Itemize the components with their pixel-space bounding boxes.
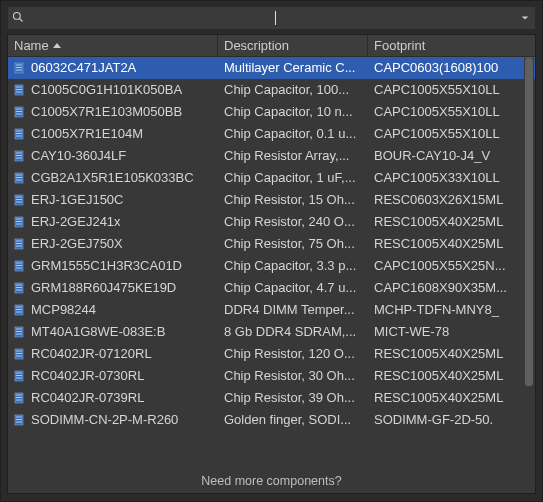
cell-name: GRM1555C1H3R3CA01D	[8, 258, 218, 273]
cell-name-text: RC0402JR-0739RL	[31, 390, 144, 405]
svg-rect-16	[16, 133, 22, 134]
cell-footprint: CAPC1005X55X10LL	[368, 104, 535, 119]
svg-rect-32	[16, 221, 22, 222]
cell-footprint: RESC1005X40X25ML	[368, 236, 535, 251]
component-icon	[12, 413, 26, 427]
cell-description: 8 Gb DDR4 SDRAM,...	[218, 324, 368, 339]
cell-name: C1005C0G1H101K050BA	[8, 82, 218, 97]
table-row[interactable]: ERJ-1GEJ150CChip Resistor, 15 Oh...RESC0…	[8, 189, 535, 211]
table-row[interactable]: C1005X7R1E104MChip Capacitor, 0.1 u...CA…	[8, 123, 535, 145]
svg-rect-17	[16, 135, 22, 136]
svg-rect-48	[16, 309, 22, 310]
table-row[interactable]: MCP98244DDR4 DIMM Temper...MCHP-TDFN-MNY…	[8, 299, 535, 321]
table-row[interactable]: RC0402JR-0730RLChip Resistor, 30 Oh...RE…	[8, 365, 535, 387]
cell-footprint: RESC1005X40X25ML	[368, 368, 535, 383]
column-header-name[interactable]: Name	[8, 35, 218, 56]
component-icon	[12, 303, 26, 317]
table-row[interactable]: MT40A1G8WE-083E:B8 Gb DDR4 SDRAM,...MICT…	[8, 321, 535, 343]
cell-footprint: CAPC1005X55X10LL	[368, 126, 535, 141]
table-row[interactable]: SODIMM-CN-2P-M-R260Golden finger, SODI..…	[8, 409, 535, 431]
table-row[interactable]: RC0402JR-0739RLChip Resistor, 39 Oh...RE…	[8, 387, 535, 409]
cell-description: Chip Capacitor, 4.7 u...	[218, 280, 368, 295]
cell-name-text: GRM1555C1H3R3CA01D	[31, 258, 182, 273]
cell-footprint: SODIMM-GF-2D-50.	[368, 412, 535, 427]
svg-rect-40	[16, 265, 22, 266]
cell-description: Chip Resistor, 39 Oh...	[218, 390, 368, 405]
svg-rect-21	[16, 157, 22, 158]
cell-name-text: C1005X7R1E104M	[31, 126, 143, 141]
cell-name: CGB2A1X5R1E105K033BC	[8, 170, 218, 185]
component-icon	[12, 369, 26, 383]
table-row[interactable]: CAY10-360J4LFChip Resistor Array,...BOUR…	[8, 145, 535, 167]
cell-name: 06032C471JAT2A	[8, 60, 218, 75]
table-row[interactable]: ERJ-2GEJ241xChip Resistor, 240 O...RESC1…	[8, 211, 535, 233]
table-row[interactable]: 06032C471JAT2AMultilayer Ceramic C...CAP…	[8, 57, 535, 79]
cell-footprint: MICT-WE-78	[368, 324, 535, 339]
cell-description: Golden finger, SODI...	[218, 412, 368, 427]
column-header-footprint[interactable]: Footprint	[368, 35, 535, 56]
svg-rect-4	[16, 67, 22, 68]
svg-rect-23	[16, 174, 22, 175]
svg-rect-27	[16, 196, 22, 197]
component-icon	[12, 391, 26, 405]
cell-description: Chip Resistor, 30 Oh...	[218, 368, 368, 383]
component-icon	[12, 193, 26, 207]
cell-description: Chip Resistor, 15 Oh...	[218, 192, 368, 207]
svg-rect-47	[16, 306, 22, 307]
cell-description: Chip Resistor Array,...	[218, 148, 368, 163]
svg-rect-31	[16, 218, 22, 219]
need-more-components-link[interactable]: Need more components?	[8, 469, 535, 493]
column-header-description-label: Description	[224, 38, 289, 53]
svg-point-0	[14, 12, 21, 19]
table-body: 06032C471JAT2AMultilayer Ceramic C...CAP…	[8, 57, 535, 469]
cell-name-text: RC0402JR-0730RL	[31, 368, 144, 383]
table-row[interactable]: ERJ-2GEJ750XChip Resistor, 75 Oh...RESC1…	[8, 233, 535, 255]
svg-rect-49	[16, 311, 22, 312]
svg-rect-3	[16, 64, 22, 65]
table-row[interactable]: GRM1555C1H3R3CA01DChip Capacitor, 3.3 p.…	[8, 255, 535, 277]
svg-rect-19	[16, 152, 22, 153]
svg-rect-57	[16, 355, 22, 356]
cell-name: RC0402JR-0730RL	[8, 368, 218, 383]
column-header-description[interactable]: Description	[218, 35, 368, 56]
svg-rect-5	[16, 69, 22, 70]
scrollbar-thumb[interactable]	[525, 58, 533, 386]
svg-rect-11	[16, 108, 22, 109]
cell-description: Chip Resistor, 75 Oh...	[218, 236, 368, 251]
svg-rect-33	[16, 223, 22, 224]
svg-rect-56	[16, 353, 22, 354]
table-row[interactable]: C1005X7R1E103M050BBChip Capacitor, 10 n.…	[8, 101, 535, 123]
search-bar[interactable]	[7, 6, 536, 30]
cell-description: Chip Resistor, 240 O...	[218, 214, 368, 229]
cell-description: Chip Capacitor, 1 uF,...	[218, 170, 368, 185]
column-header-name-label: Name	[14, 38, 49, 53]
table-row[interactable]: RC0402JR-07120RLChip Resistor, 120 O...R…	[8, 343, 535, 365]
cell-name-text: C1005X7R1E103M050BB	[31, 104, 182, 119]
cell-description: Chip Capacitor, 10 n...	[218, 104, 368, 119]
cell-name-text: C1005C0G1H101K050BA	[31, 82, 182, 97]
svg-rect-41	[16, 267, 22, 268]
svg-rect-61	[16, 377, 22, 378]
svg-rect-35	[16, 240, 22, 241]
search-input[interactable]	[28, 7, 274, 29]
svg-rect-60	[16, 375, 22, 376]
table-row[interactable]: C1005C0G1H101K050BAChip Capacitor, 100..…	[8, 79, 535, 101]
table-row[interactable]: GRM188R60J475KE19DChip Capacitor, 4.7 u.…	[8, 277, 535, 299]
cell-description: Multilayer Ceramic C...	[218, 60, 368, 75]
cell-name: RC0402JR-07120RL	[8, 346, 218, 361]
svg-rect-67	[16, 416, 22, 417]
search-dropdown-toggle[interactable]	[521, 13, 535, 23]
svg-rect-37	[16, 245, 22, 246]
component-icon	[12, 325, 26, 339]
component-icon	[12, 149, 26, 163]
component-list-panel: Name Description Footprint 06032C471JAT2…	[7, 34, 536, 494]
vertical-scrollbar[interactable]	[524, 58, 534, 468]
cell-name: MCP98244	[8, 302, 218, 317]
svg-rect-64	[16, 397, 22, 398]
table-row[interactable]: CGB2A1X5R1E105K033BCChip Capacitor, 1 uF…	[8, 167, 535, 189]
cell-name: MT40A1G8WE-083E:B	[8, 324, 218, 339]
cell-name: C1005X7R1E103M050BB	[8, 104, 218, 119]
component-icon	[12, 61, 26, 75]
svg-rect-20	[16, 155, 22, 156]
component-icon	[12, 281, 26, 295]
